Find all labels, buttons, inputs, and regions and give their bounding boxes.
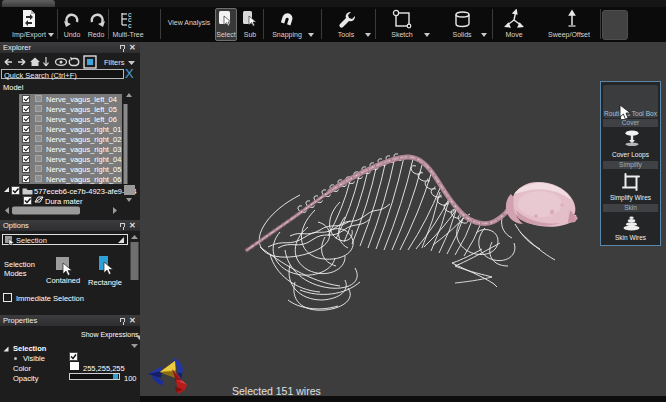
svg-text:Filters: Filters [104,58,125,67]
svg-text:c: c [128,22,132,29]
